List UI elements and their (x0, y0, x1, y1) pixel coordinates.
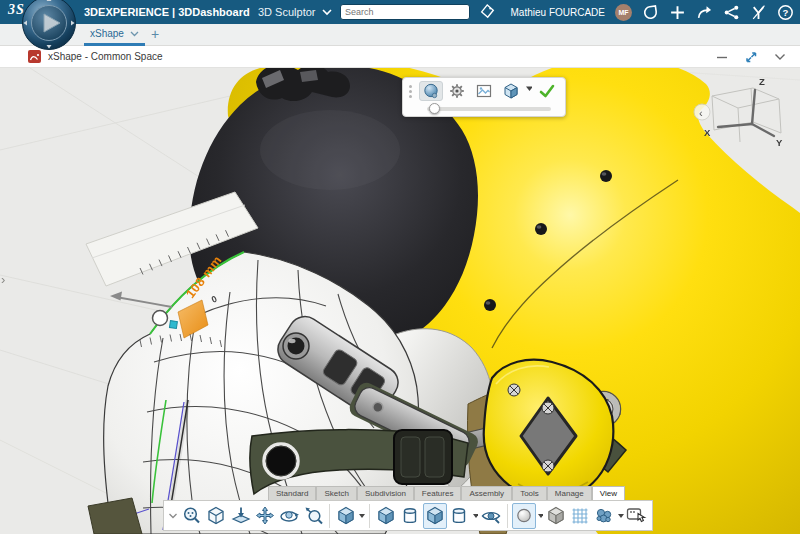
work-grid-tool[interactable] (568, 503, 591, 529)
swym-icon[interactable] (750, 4, 767, 21)
panel-collapse-button[interactable]: ‹ (694, 104, 710, 120)
user-name[interactable]: Mathieu FOURCADE (511, 7, 605, 18)
avatar[interactable]: MF (615, 4, 632, 21)
normal-to-tool[interactable] (229, 503, 252, 529)
tab-features[interactable]: Features (414, 486, 462, 500)
weight-slider[interactable] (427, 107, 551, 111)
search-input[interactable] (341, 7, 466, 17)
notification-icon[interactable] (642, 4, 659, 21)
render-style-tool[interactable] (512, 503, 536, 529)
view-mode-cube-tool[interactable] (334, 503, 357, 529)
view-tools-toolbar (163, 500, 653, 531)
chevron-down-icon[interactable] (130, 31, 139, 37)
add-icon[interactable] (669, 4, 686, 21)
toolbar-separator (507, 504, 508, 528)
dropdown-caret-icon[interactable] (617, 503, 624, 529)
chevron-down-icon[interactable] (322, 9, 332, 16)
resize-icon[interactable] (744, 50, 758, 64)
play-compass-icon[interactable] (21, 0, 77, 51)
tab-tools[interactable]: Tools (512, 486, 547, 500)
toolbar-separator (369, 504, 370, 528)
tab-xshape[interactable]: xShape (84, 24, 145, 46)
xshape-app-icon (28, 50, 41, 63)
hidden-edges-tool[interactable] (448, 503, 471, 529)
axis-z-label[interactable]: Z (759, 76, 765, 87)
confirm-check-button[interactable] (535, 81, 559, 101)
svg-text:‹: ‹ (699, 107, 703, 119)
search-box[interactable] (340, 4, 470, 20)
slider-knob[interactable] (429, 103, 440, 114)
toolbar-separator (329, 504, 330, 528)
dropdown-caret-icon[interactable] (537, 503, 544, 529)
look-at-tool[interactable] (302, 503, 325, 529)
shaded-cube-tool[interactable] (374, 503, 397, 529)
floating-command-toolbar (402, 77, 566, 117)
cylinder-style-tool[interactable] (398, 503, 421, 529)
tab-assembly[interactable]: Assembly (461, 486, 512, 500)
browser-tab-bar: xShape + (0, 24, 800, 46)
multi-body-tool[interactable] (593, 503, 616, 529)
3d-scene[interactable]: 0 108 mm Z X Y ‹ (0, 68, 800, 534)
action-bar-tabs: Standard Sketch Subdivision Features Ass… (268, 486, 625, 500)
drag-handle-point[interactable] (153, 311, 168, 326)
dropdown-caret-icon[interactable] (358, 503, 365, 529)
snap-point[interactable] (169, 321, 177, 329)
tab-label: xShape (90, 28, 124, 39)
axis-y-label[interactable]: Y (776, 137, 783, 148)
new-tab-button[interactable]: + (146, 24, 164, 46)
svg-text:?: ? (783, 6, 789, 17)
top-bar: 3S 3DEXPERIENCE | 3DDashboard 3D Sculpto… (0, 0, 800, 24)
visor-highlight (260, 110, 400, 190)
rotate-tool[interactable] (278, 503, 301, 529)
shaded-edges-tool[interactable] (423, 503, 447, 529)
dropdown-caret-icon[interactable] (472, 503, 479, 529)
collapse-icon[interactable] (774, 53, 786, 61)
update-gear-icon[interactable] (446, 81, 470, 101)
app-title-bar: xShape - Common Space (0, 46, 800, 68)
share-forward-icon[interactable] (696, 4, 713, 21)
zoom-area-tool[interactable] (180, 503, 203, 529)
matte-cube-tool[interactable] (544, 503, 567, 529)
top-bar-right: Mathieu FOURCADE MF ? (511, 0, 794, 24)
tree-expander[interactable]: › (1, 272, 5, 287)
iso-view-tool[interactable] (205, 503, 228, 529)
drag-handle-icon[interactable] (409, 85, 412, 98)
tag-icon[interactable] (478, 3, 496, 21)
toolbar-collapse-icon[interactable] (168, 512, 177, 520)
visibility-eye-tool[interactable] (479, 503, 502, 529)
pan-tool[interactable] (253, 503, 276, 529)
camera-mount[interactable] (256, 68, 350, 101)
window-controls (716, 46, 786, 68)
tab-view[interactable]: View (592, 486, 625, 500)
shaded-sphere-tool[interactable] (419, 81, 443, 101)
help-icon[interactable]: ? (777, 4, 794, 21)
app-switcher[interactable]: 3D Sculptor (258, 0, 315, 24)
axis-x-label[interactable]: X (704, 127, 711, 138)
snapshot-icon[interactable] (472, 81, 496, 101)
minimize-icon[interactable] (716, 51, 728, 63)
3d-viewport[interactable]: 0 108 mm Z X Y ‹ (0, 68, 800, 534)
cube-view-tool[interactable] (499, 81, 523, 101)
tab-sketch[interactable]: Sketch (316, 486, 356, 500)
3dexperience-window: 3S 3DEXPERIENCE | 3DDashboard 3D Sculpto… (0, 0, 800, 534)
tab-standard[interactable]: Standard (268, 486, 316, 500)
brand-title: 3DEXPERIENCE | 3DDashboard (84, 0, 250, 24)
dropdown-caret-icon[interactable] (525, 78, 532, 104)
tab-subdivision[interactable]: Subdivision (357, 486, 414, 500)
share-network-icon[interactable] (723, 4, 740, 21)
touch-settings-tool[interactable] (625, 503, 648, 529)
tab-manage[interactable]: Manage (547, 486, 592, 500)
